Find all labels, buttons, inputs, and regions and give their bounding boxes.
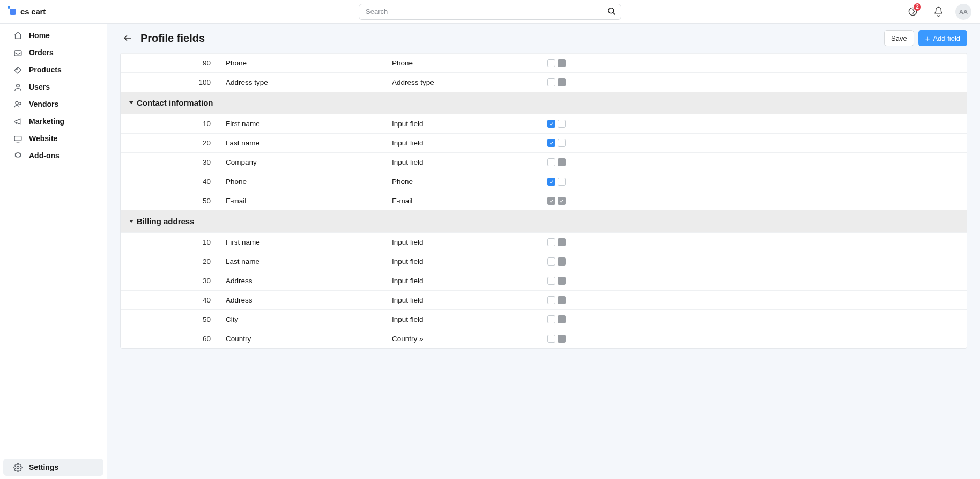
checkbox-checked[interactable]: [547, 139, 555, 147]
checkbox[interactable]: [547, 78, 555, 86]
section-title: Contact information: [137, 98, 213, 107]
checkbox-disabled: [558, 59, 566, 67]
svg-point-7: [15, 101, 18, 104]
field-description: Phone: [226, 178, 392, 186]
field-checkboxes: [547, 78, 655, 86]
caret-down-icon: [129, 220, 133, 223]
updates-icon[interactable]: 2: [904, 3, 921, 20]
sidebar-item-label: Marketing: [29, 117, 64, 126]
checkbox[interactable]: [547, 238, 555, 246]
field-row[interactable]: 90PhonePhone: [121, 53, 967, 72]
page-header: Profile fields Save + Add field: [107, 24, 980, 53]
sidebar-item-label: Orders: [29, 48, 54, 57]
main-content: Profile fields Save + Add field 90PhoneP…: [107, 24, 980, 370]
field-row[interactable]: 20Last nameInput field: [121, 133, 967, 152]
field-type: Input field: [392, 296, 547, 304]
field-type: Input field: [392, 139, 547, 147]
field-checkboxes: [547, 197, 655, 205]
field-description: Last name: [226, 257, 392, 266]
field-row[interactable]: 20Last nameInput field: [121, 252, 967, 271]
sidebar-item-label: Vendors: [29, 100, 58, 108]
sidebar-item-website[interactable]: Website: [3, 130, 103, 147]
checkbox[interactable]: [547, 158, 555, 166]
marketing-icon: [13, 116, 23, 126]
notifications-icon[interactable]: [930, 3, 947, 20]
checkbox[interactable]: [547, 59, 555, 67]
checkbox-disabled: [558, 315, 566, 323]
checkbox[interactable]: [547, 257, 555, 266]
field-row[interactable]: 10First nameInput field: [121, 232, 967, 252]
add-field-button[interactable]: + Add field: [918, 30, 967, 46]
brand-mark-icon: [9, 8, 17, 16]
field-type: E-mail: [392, 197, 547, 205]
sidebar: HomeOrdersProductsUsersVendorsMarketingW…: [0, 24, 107, 370]
field-type: Input field: [392, 238, 547, 246]
field-description: Address: [226, 296, 392, 304]
field-type: Input field: [392, 257, 547, 266]
field-checkboxes: [547, 277, 655, 285]
field-type: Input field: [392, 277, 547, 285]
field-position: 20: [177, 139, 226, 147]
field-checkboxes: [547, 59, 655, 67]
checkbox[interactable]: [558, 178, 566, 186]
field-row[interactable]: 100Address typeAddress type: [121, 72, 967, 92]
sidebar-item-vendors[interactable]: Vendors: [3, 95, 103, 113]
caret-down-icon: [129, 101, 133, 104]
sidebar-item-marketing[interactable]: Marketing: [3, 113, 103, 130]
field-description: City: [226, 315, 392, 323]
topbar: cs cart 2 AA: [0, 0, 980, 24]
checkbox-checked[interactable]: [547, 120, 555, 128]
sidebar-item-add-ons[interactable]: Add-ons: [3, 147, 103, 164]
checkbox-disabled: [558, 296, 566, 304]
field-position: 40: [177, 178, 226, 186]
search-input[interactable]: [359, 4, 621, 20]
search-icon[interactable]: [607, 6, 616, 17]
field-row[interactable]: 10First nameInput field: [121, 114, 967, 133]
field-type: Input field: [392, 120, 547, 128]
checkbox[interactable]: [558, 120, 566, 128]
checkbox-disabled: [558, 335, 566, 343]
field-checkboxes: [547, 120, 655, 128]
sidebar-item-orders[interactable]: Orders: [3, 44, 103, 61]
svg-point-6: [16, 84, 19, 87]
checkbox[interactable]: [547, 335, 555, 343]
field-row[interactable]: 50CityInput field: [121, 309, 967, 329]
page-title: Profile fields: [140, 32, 205, 45]
user-avatar[interactable]: AA: [955, 4, 971, 20]
checkbox[interactable]: [547, 315, 555, 323]
sidebar-item-products[interactable]: Products: [3, 61, 103, 78]
checkbox-checked[interactable]: [547, 178, 555, 186]
field-position: 10: [177, 120, 226, 128]
field-position: 30: [177, 277, 226, 285]
field-row[interactable]: 40PhonePhone: [121, 172, 967, 191]
sidebar-item-label: Products: [29, 65, 62, 74]
sidebar-item-home[interactable]: Home: [3, 27, 103, 44]
field-row[interactable]: 40AddressInput field: [121, 290, 967, 309]
checkbox-disabled: [558, 257, 566, 266]
checkbox-disabled: [558, 158, 566, 166]
field-checkboxes: [547, 178, 655, 186]
field-row[interactable]: 50E-mailE-mail: [121, 191, 967, 210]
svg-rect-0: [10, 9, 16, 15]
field-row[interactable]: 60CountryCountry »: [121, 329, 967, 348]
add-field-label: Add field: [933, 34, 960, 42]
field-row[interactable]: 30CompanyInput field: [121, 152, 967, 172]
checkbox[interactable]: [547, 277, 555, 285]
sidebar-item-users[interactable]: Users: [3, 78, 103, 95]
brand-logo[interactable]: cs cart: [9, 7, 46, 16]
section-heading[interactable]: Billing address: [121, 210, 967, 232]
field-checkboxes: [547, 296, 655, 304]
section-heading[interactable]: Contact information: [121, 92, 967, 114]
field-row[interactable]: 30AddressInput field: [121, 271, 967, 290]
checkbox[interactable]: [547, 296, 555, 304]
field-description: Company: [226, 158, 392, 166]
field-type: Phone: [392, 59, 547, 67]
checkbox[interactable]: [558, 139, 566, 147]
back-button[interactable]: [120, 31, 135, 46]
sidebar-item-label: Home: [29, 31, 50, 40]
save-button[interactable]: Save: [884, 30, 914, 46]
field-position: 50: [177, 197, 226, 205]
field-description: First name: [226, 238, 392, 246]
updates-badge: 2: [914, 3, 921, 11]
field-description: First name: [226, 120, 392, 128]
